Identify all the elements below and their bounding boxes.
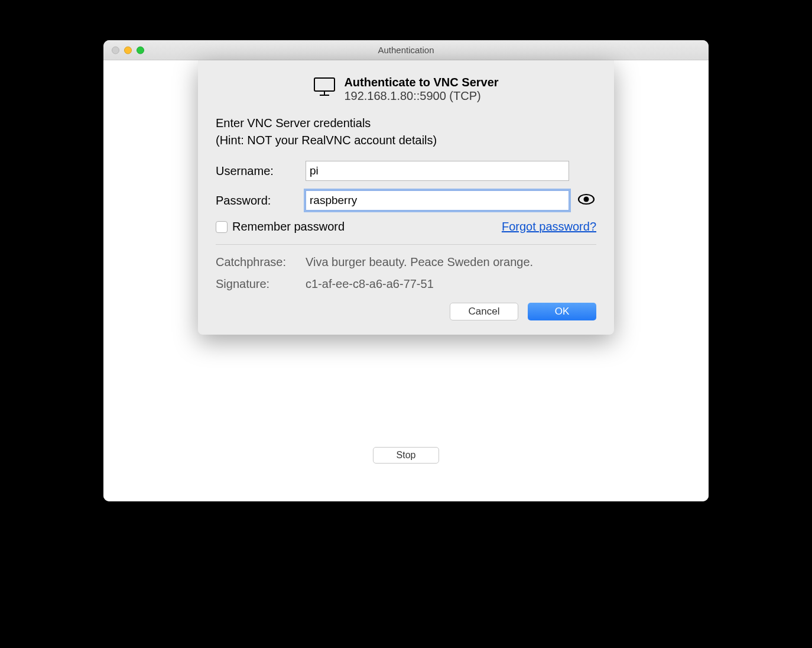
cancel-button[interactable]: Cancel	[450, 303, 518, 320]
username-row: Username:	[216, 161, 596, 181]
signature-label: Signature:	[216, 277, 306, 291]
window-title: Authentication	[378, 45, 434, 55]
password-row: Password:	[216, 190, 596, 210]
catchphrase-label: Catchphrase:	[216, 255, 306, 269]
instruction-line-2: (Hint: NOT your RealVNC account details)	[216, 132, 596, 149]
signature-value: c1-af-ee-c8-a6-a6-77-51	[306, 277, 434, 291]
dialog-buttons: Cancel OK	[216, 303, 596, 320]
dialog-header: Authenticate to VNC Server 192.168.1.80:…	[216, 76, 596, 103]
ok-button[interactable]: OK	[528, 303, 596, 320]
svg-rect-0	[314, 78, 334, 91]
signature-row: Signature: c1-af-ee-c8-a6-a6-77-51	[216, 277, 596, 291]
dialog-heading: Authenticate to VNC Server	[344, 76, 498, 89]
traffic-lights	[112, 46, 144, 54]
username-label: Username:	[216, 164, 306, 178]
username-input[interactable]	[306, 161, 569, 181]
monitor-icon	[313, 77, 336, 99]
catchphrase-row: Catchphrase: Viva burger beauty. Peace S…	[216, 255, 596, 269]
remember-password-checkbox[interactable]: Remember password	[216, 220, 345, 234]
password-label: Password:	[216, 194, 306, 208]
divider	[216, 244, 596, 245]
forgot-password-link[interactable]: Forgot password?	[502, 220, 596, 234]
window-titlebar[interactable]: Authentication	[103, 40, 709, 60]
window-close-button[interactable]	[112, 46, 119, 54]
auth-dialog: Authenticate to VNC Server 192.168.1.80:…	[198, 60, 614, 335]
instruction-line-1: Enter VNC Server credentials	[216, 115, 596, 132]
instructions: Enter VNC Server credentials (Hint: NOT …	[216, 115, 596, 149]
checkbox-box[interactable]	[216, 221, 228, 233]
options-row: Remember password Forgot password?	[216, 220, 596, 234]
dialog-title-block: Authenticate to VNC Server 192.168.1.80:…	[344, 76, 498, 103]
svg-point-4	[584, 197, 589, 202]
window-zoom-button[interactable]	[137, 46, 144, 54]
password-input[interactable]	[306, 190, 569, 210]
catchphrase-value: Viva burger beauty. Peace Sweden orange.	[306, 255, 533, 269]
server-address: 192.168.1.80::5900 (TCP)	[344, 89, 498, 103]
stop-button[interactable]: Stop	[373, 447, 439, 464]
authentication-window: Authentication Stop Authenticate to VNC …	[103, 40, 709, 501]
show-password-icon[interactable]	[577, 193, 595, 208]
window-minimize-button[interactable]	[124, 46, 132, 54]
remember-password-label: Remember password	[232, 220, 345, 234]
